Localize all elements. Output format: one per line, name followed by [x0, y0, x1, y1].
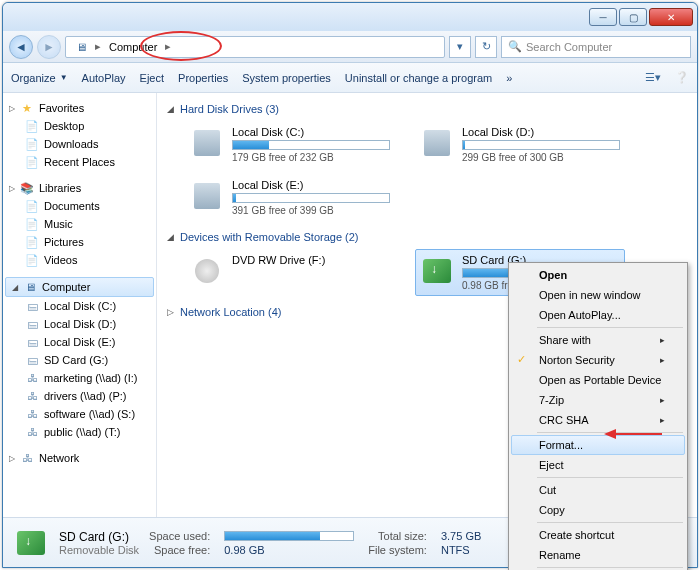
- nav-item[interactable]: 📄Recent Places: [3, 153, 156, 171]
- drive-name: Local Disk (C:): [232, 126, 390, 138]
- drive-free-text: 299 GB free of 300 GB: [462, 152, 620, 163]
- nav-back-button[interactable]: ◄: [9, 35, 33, 59]
- menu-item[interactable]: Open AutoPlay...: [511, 305, 685, 325]
- toolbar: Organize ▼ AutoPlay Eject Properties Sys…: [3, 63, 697, 93]
- context-menu: OpenOpen in new windowOpen AutoPlay...Sh…: [508, 262, 688, 570]
- autoplay-button[interactable]: AutoPlay: [82, 72, 126, 84]
- space-free-value: 0.98 GB: [224, 544, 354, 556]
- menu-item[interactable]: Format...: [511, 435, 685, 455]
- computer-icon: 🖥: [76, 41, 87, 53]
- menu-separator: [537, 327, 683, 328]
- menu-item[interactable]: Share with: [511, 330, 685, 350]
- menu-item[interactable]: Open as Portable Device: [511, 370, 685, 390]
- status-subtitle: Removable Disk: [59, 544, 139, 556]
- nav-network[interactable]: Network: [39, 452, 79, 464]
- menu-separator: [537, 432, 683, 433]
- minimize-button[interactable]: ─: [589, 8, 617, 26]
- nav-item[interactable]: 🖧marketing (\\ad) (I:): [3, 369, 156, 387]
- organize-button[interactable]: Organize ▼: [11, 72, 68, 84]
- drive-name: DVD RW Drive (F:): [232, 254, 390, 266]
- total-size-value: 3.75 GB: [441, 530, 481, 542]
- chevron-right-icon[interactable]: ▸: [93, 40, 103, 53]
- nav-item[interactable]: 🖴Local Disk (E:): [3, 333, 156, 351]
- menu-item[interactable]: Create shortcut: [511, 525, 685, 545]
- menu-separator: [537, 522, 683, 523]
- search-icon: 🔍: [508, 40, 522, 53]
- nav-group-label[interactable]: Libraries: [39, 182, 81, 194]
- toolbar-more[interactable]: »: [506, 72, 512, 84]
- nav-item[interactable]: 🖴SD Card (G:): [3, 351, 156, 369]
- nav-item[interactable]: 🖧public (\\ad) (T:): [3, 423, 156, 441]
- menu-separator: [537, 567, 683, 568]
- nav-item[interactable]: 🖧drivers (\\ad) (P:): [3, 387, 156, 405]
- drive-name: Local Disk (D:): [462, 126, 620, 138]
- drive-item[interactable]: Local Disk (E:)391 GB free of 399 GB: [185, 174, 395, 221]
- system-properties-button[interactable]: System properties: [242, 72, 331, 84]
- nav-item[interactable]: 📄Videos: [3, 251, 156, 269]
- menu-item[interactable]: Copy: [511, 500, 685, 520]
- titlebar[interactable]: ─ ▢ ✕: [3, 3, 697, 31]
- uninstall-button[interactable]: Uninstall or change a program: [345, 72, 492, 84]
- eject-button[interactable]: Eject: [140, 72, 164, 84]
- nav-item[interactable]: 📄Pictures: [3, 233, 156, 251]
- nav-item[interactable]: 🖴Local Disk (D:): [3, 315, 156, 333]
- menu-item[interactable]: Open in new window: [511, 285, 685, 305]
- view-button[interactable]: ☰▾: [645, 71, 661, 84]
- filesystem-value: NTFS: [441, 544, 481, 556]
- space-used-bar: [224, 531, 354, 541]
- refresh-button[interactable]: ↻: [475, 36, 497, 58]
- category-header[interactable]: ◢Devices with Removable Storage (2): [167, 231, 687, 243]
- breadcrumb-computer[interactable]: Computer: [103, 41, 163, 53]
- menu-item[interactable]: Rename: [511, 545, 685, 565]
- nav-item[interactable]: 📄Downloads: [3, 135, 156, 153]
- chevron-right-icon[interactable]: ▸: [163, 40, 173, 53]
- drive-name: Local Disk (E:): [232, 179, 390, 191]
- nav-item[interactable]: 🖴Local Disk (C:): [3, 297, 156, 315]
- nav-item[interactable]: 📄Desktop: [3, 117, 156, 135]
- nav-item[interactable]: 🖧software (\\ad) (S:): [3, 405, 156, 423]
- menu-item[interactable]: 7-Zip: [511, 390, 685, 410]
- drive-space-bar: [232, 140, 390, 150]
- nav-item[interactable]: 📄Music: [3, 215, 156, 233]
- nav-forward-button[interactable]: ►: [37, 35, 61, 59]
- help-button[interactable]: ❔: [675, 71, 689, 84]
- drive-item[interactable]: DVD RW Drive (F:): [185, 249, 395, 296]
- nav-computer[interactable]: Computer: [42, 281, 90, 293]
- address-bar: ◄ ► 🖥 ▸ Computer ▸ ▾ ↻ 🔍 Search Computer: [3, 31, 697, 63]
- shield-icon: ✓: [517, 353, 531, 367]
- drive-icon: [190, 179, 224, 213]
- menu-item[interactable]: Cut: [511, 480, 685, 500]
- drive-item[interactable]: Local Disk (C:)179 GB free of 232 GB: [185, 121, 395, 168]
- sd-card-icon: [13, 525, 49, 561]
- menu-separator: [537, 477, 683, 478]
- drive-space-bar: [232, 193, 390, 203]
- drive-item[interactable]: Local Disk (D:)299 GB free of 300 GB: [415, 121, 625, 168]
- properties-button[interactable]: Properties: [178, 72, 228, 84]
- menu-item[interactable]: Open: [511, 265, 685, 285]
- nav-group-label[interactable]: Favorites: [39, 102, 84, 114]
- drive-space-bar: [462, 140, 620, 150]
- drive-icon: [190, 254, 224, 288]
- menu-item[interactable]: Eject: [511, 455, 685, 475]
- maximize-button[interactable]: ▢: [619, 8, 647, 26]
- search-input[interactable]: 🔍 Search Computer: [501, 36, 691, 58]
- menu-item[interactable]: ✓Norton Security: [511, 350, 685, 370]
- breadcrumb[interactable]: 🖥 ▸ Computer ▸: [65, 36, 445, 58]
- nav-item[interactable]: 📄Documents: [3, 197, 156, 215]
- drive-free-text: 179 GB free of 232 GB: [232, 152, 390, 163]
- category-header[interactable]: ◢Hard Disk Drives (3): [167, 103, 687, 115]
- drive-icon: [420, 126, 454, 160]
- history-dropdown[interactable]: ▾: [449, 36, 471, 58]
- drive-icon: [420, 254, 454, 288]
- status-title: SD Card (G:): [59, 530, 139, 544]
- menu-item[interactable]: CRC SHA: [511, 410, 685, 430]
- space-used-label: Space used:: [149, 530, 210, 542]
- navigation-pane: ▷★Favorites📄Desktop📄Downloads📄Recent Pla…: [3, 93, 157, 517]
- filesystem-label: File system:: [368, 544, 427, 556]
- close-button[interactable]: ✕: [649, 8, 693, 26]
- total-size-label: Total size:: [368, 530, 427, 542]
- drive-icon: [190, 126, 224, 160]
- drive-free-text: 391 GB free of 399 GB: [232, 205, 390, 216]
- space-free-label: Space free:: [149, 544, 210, 556]
- search-placeholder: Search Computer: [526, 41, 612, 53]
